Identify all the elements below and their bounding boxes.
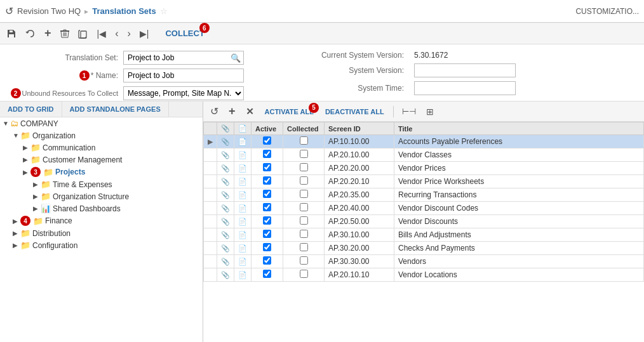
grid-delete-button[interactable]: ✕ — [243, 105, 257, 119]
expand-icon-time-expenses: ▶ — [33, 181, 39, 188]
add-standalone-button[interactable]: ADD STANDALONE PAGES — [62, 102, 169, 117]
row-active-10[interactable] — [252, 268, 283, 282]
translation-set-search-button[interactable]: 🔍 — [228, 53, 243, 63]
row-active-3[interactable] — [252, 175, 283, 188]
save-button[interactable] — [4, 27, 19, 40]
unbound-select[interactable]: Message, Prompt, Site Map N... — [123, 86, 244, 100]
refresh-icon[interactable]: ↺ — [5, 5, 13, 17]
folder-icon-organization: 📁 — [20, 131, 30, 140]
add-button[interactable]: + — [42, 25, 54, 41]
expand-grid-button[interactable]: ⊞ — [423, 105, 437, 118]
row-title-3: Vendor Price Worksheets — [394, 175, 644, 188]
row-active-0[interactable] — [252, 135, 283, 148]
active-checkbox-4[interactable] — [263, 190, 271, 198]
tree-item-configuration[interactable]: ▶📁Configuration — [0, 239, 203, 251]
tree-item-projects[interactable]: ▶3📁Projects — [0, 166, 203, 178]
translation-set-input[interactable]: Project to Job — [124, 51, 228, 64]
row-active-5[interactable] — [252, 202, 283, 215]
unbound-label: 2 Unbound Resources To Collect — [10, 88, 118, 98]
undo-button[interactable] — [23, 27, 38, 40]
active-checkbox-10[interactable] — [263, 270, 271, 278]
folder-icon-company: 🗂 — [10, 119, 18, 128]
tree-badge-finance: 4 — [20, 216, 30, 226]
row-active-2[interactable] — [252, 162, 283, 175]
table-row: 📎 📄 AP.20.40.00 Vendor Discount Codes — [204, 202, 644, 215]
active-checkbox-0[interactable] — [263, 136, 271, 145]
row-collected-0[interactable] — [283, 135, 325, 148]
active-checkbox-9[interactable] — [263, 256, 271, 265]
row-collected-10[interactable] — [283, 268, 325, 282]
row-active-1[interactable] — [252, 148, 283, 162]
delete-button[interactable] — [58, 27, 72, 40]
tree-item-finance[interactable]: ▶4📁Finance — [0, 214, 203, 227]
tree-label-distribution: Distribution — [32, 229, 70, 238]
collected-checkbox-10[interactable] — [300, 270, 308, 278]
collected-checkbox-2[interactable] — [300, 163, 308, 171]
collected-checkbox-5[interactable] — [300, 203, 308, 211]
grid-panel: ↺ + ✕ ACTIVATE ALL 5 DEACTIVATE ALL ⊢⊣ ⊞… — [203, 102, 644, 342]
tree-item-customer-management[interactable]: ▶📁Customer Management — [0, 154, 203, 166]
collected-checkbox-7[interactable] — [300, 230, 308, 238]
last-button[interactable]: ▶| — [137, 27, 152, 40]
row-note-8: 📄 — [234, 242, 252, 255]
table-row: 📎 📄 AP.20.20.00 Vendor Prices — [204, 162, 644, 175]
row-collected-5[interactable] — [283, 202, 325, 215]
row-collected-9[interactable] — [283, 255, 325, 268]
grid-add-button[interactable]: + — [225, 103, 239, 119]
active-checkbox-3[interactable] — [263, 176, 271, 185]
row-collected-1[interactable] — [283, 148, 325, 162]
system-version-input[interactable] — [414, 63, 516, 77]
row-collected-3[interactable] — [283, 175, 325, 188]
add-to-grid-button[interactable]: ADD TO GRID — [0, 102, 62, 117]
row-collected-2[interactable] — [283, 162, 325, 175]
active-checkbox-8[interactable] — [263, 243, 271, 251]
collected-checkbox-6[interactable] — [300, 216, 308, 225]
next-button[interactable]: › — [124, 27, 133, 41]
folder-icon-finance: 📁 — [33, 216, 43, 226]
active-checkbox-2[interactable] — [263, 163, 271, 171]
collected-checkbox-1[interactable] — [300, 150, 308, 158]
collected-checkbox-9[interactable] — [300, 256, 308, 265]
tree-item-distribution[interactable]: ▶📁Distribution — [0, 227, 203, 239]
tree-item-organization[interactable]: ▼📁Organization — [0, 129, 203, 141]
tree-item-org-structure[interactable]: ▶📁Organization Structure — [0, 190, 203, 202]
name-input[interactable]: Project to Job — [123, 69, 244, 82]
tree-item-communication[interactable]: ▶📁Communication — [0, 141, 203, 154]
row-arrow-2 — [204, 162, 217, 175]
active-checkbox-5[interactable] — [263, 203, 271, 211]
tree-item-shared-dashboards[interactable]: ▶📊Shared Dashboards — [0, 202, 203, 214]
prev-button[interactable]: ‹ — [112, 27, 121, 41]
tree-header: ADD TO GRID ADD STANDALONE PAGES — [0, 102, 203, 117]
active-checkbox-6[interactable] — [263, 216, 271, 225]
row-title-9: Vendors — [394, 255, 644, 268]
active-checkbox-1[interactable] — [263, 150, 271, 158]
first-button[interactable]: |◀ — [95, 27, 109, 40]
row-collected-4[interactable] — [283, 188, 325, 202]
deactivate-all-button[interactable]: DEACTIVATE ALL — [321, 107, 388, 117]
star-icon[interactable]: ☆ — [160, 6, 168, 16]
folder-icon-org-structure: 📁 — [41, 192, 51, 201]
collected-checkbox-8[interactable] — [300, 243, 308, 251]
copy-button[interactable] — [76, 27, 91, 40]
row-active-8[interactable] — [252, 242, 283, 255]
collected-checkbox-4[interactable] — [300, 190, 308, 198]
row-active-9[interactable] — [252, 255, 283, 268]
tree-item-company[interactable]: ▼🗂COMPANY — [0, 117, 203, 129]
fit-columns-button[interactable]: ⊢⊣ — [399, 105, 419, 117]
row-active-4[interactable] — [252, 188, 283, 202]
tree-item-time-expenses[interactable]: ▶📁Time & Expenses — [0, 178, 203, 190]
row-collected-8[interactable] — [283, 242, 325, 255]
row-collected-7[interactable] — [283, 228, 325, 242]
row-collected-6[interactable] — [283, 215, 325, 228]
row-active-7[interactable] — [252, 228, 283, 242]
tree-label-organization: Organization — [32, 131, 76, 140]
system-time-input[interactable] — [414, 81, 516, 95]
grid-refresh-button[interactable]: ↺ — [207, 104, 222, 119]
row-active-6[interactable] — [252, 215, 283, 228]
row-attach-0: 📎 — [217, 135, 234, 148]
collected-checkbox-3[interactable] — [300, 176, 308, 185]
collected-checkbox-0[interactable] — [300, 136, 308, 145]
active-checkbox-7[interactable] — [263, 230, 271, 238]
row-arrow-4 — [204, 188, 217, 202]
row-attach-2: 📎 — [217, 162, 234, 175]
